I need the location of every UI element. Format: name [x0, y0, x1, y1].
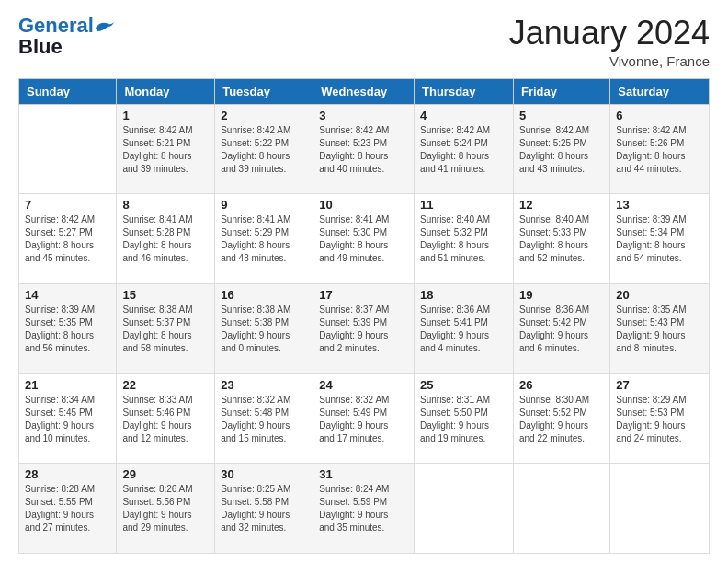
calendar-cell: 7Sunrise: 8:42 AM Sunset: 5:27 PM Daylig…: [19, 194, 117, 284]
day-number: 15: [122, 288, 209, 302]
calendar-cell: 8Sunrise: 8:41 AM Sunset: 5:28 PM Daylig…: [117, 194, 215, 284]
day-number: 2: [221, 109, 307, 122]
week-row-3: 14Sunrise: 8:39 AM Sunset: 5:35 PM Dayli…: [19, 283, 710, 373]
calendar-cell: 10Sunrise: 8:41 AM Sunset: 5:30 PM Dayli…: [313, 194, 415, 284]
day-number: 11: [420, 198, 507, 212]
day-info: Sunrise: 8:34 AM Sunset: 5:45 PM Dayligh…: [25, 394, 110, 445]
day-number: 3: [319, 109, 408, 122]
weekday-header-wednesday: Wednesday: [313, 78, 415, 104]
day-number: 10: [319, 198, 408, 212]
calendar-cell: 3Sunrise: 8:42 AM Sunset: 5:23 PM Daylig…: [313, 104, 415, 194]
weekday-header-friday: Friday: [513, 78, 609, 104]
day-info: Sunrise: 8:42 AM Sunset: 5:23 PM Dayligh…: [319, 124, 408, 176]
logo-general: General: [18, 14, 94, 37]
day-number: 23: [221, 378, 307, 392]
day-info: Sunrise: 8:33 AM Sunset: 5:46 PM Dayligh…: [122, 394, 209, 445]
weekday-header-thursday: Thursday: [415, 78, 514, 104]
day-number: 29: [122, 467, 209, 481]
logo: General Blue: [18, 15, 114, 57]
day-info: Sunrise: 8:42 AM Sunset: 5:25 PM Dayligh…: [519, 124, 604, 176]
calendar-cell: 29Sunrise: 8:26 AM Sunset: 5:56 PM Dayli…: [117, 464, 215, 554]
calendar-cell: 20Sunrise: 8:35 AM Sunset: 5:43 PM Dayli…: [610, 283, 710, 373]
calendar-cell: 22Sunrise: 8:33 AM Sunset: 5:46 PM Dayli…: [117, 373, 215, 464]
weekday-header-sunday: Sunday: [19, 78, 117, 104]
day-info: Sunrise: 8:38 AM Sunset: 5:37 PM Dayligh…: [122, 304, 209, 355]
day-number: 4: [420, 109, 507, 122]
day-info: Sunrise: 8:41 AM Sunset: 5:30 PM Dayligh…: [319, 213, 408, 265]
calendar-cell: 30Sunrise: 8:25 AM Sunset: 5:58 PM Dayli…: [215, 464, 313, 554]
calendar-cell: 16Sunrise: 8:38 AM Sunset: 5:38 PM Dayli…: [215, 283, 313, 373]
calendar-cell: 17Sunrise: 8:37 AM Sunset: 5:39 PM Dayli…: [313, 283, 415, 373]
day-info: Sunrise: 8:25 AM Sunset: 5:58 PM Dayligh…: [221, 483, 307, 534]
month-title: January 2024: [509, 15, 710, 52]
calendar-cell: 11Sunrise: 8:40 AM Sunset: 5:32 PM Dayli…: [415, 194, 514, 284]
calendar-cell: 19Sunrise: 8:36 AM Sunset: 5:42 PM Dayli…: [513, 283, 609, 373]
day-number: 13: [616, 198, 703, 212]
day-info: Sunrise: 8:42 AM Sunset: 5:22 PM Dayligh…: [221, 124, 307, 176]
day-number: 31: [319, 467, 408, 481]
calendar-cell: 5Sunrise: 8:42 AM Sunset: 5:25 PM Daylig…: [513, 104, 609, 194]
day-info: Sunrise: 8:31 AM Sunset: 5:50 PM Dayligh…: [420, 394, 507, 445]
week-row-5: 28Sunrise: 8:28 AM Sunset: 5:55 PM Dayli…: [19, 464, 710, 554]
day-number: 7: [25, 198, 110, 212]
day-info: Sunrise: 8:37 AM Sunset: 5:39 PM Dayligh…: [319, 304, 408, 355]
day-info: Sunrise: 8:32 AM Sunset: 5:49 PM Dayligh…: [319, 394, 408, 445]
day-number: 27: [616, 378, 703, 392]
calendar-cell: 21Sunrise: 8:34 AM Sunset: 5:45 PM Dayli…: [19, 373, 117, 464]
calendar-cell: 18Sunrise: 8:36 AM Sunset: 5:41 PM Dayli…: [415, 283, 514, 373]
weekday-header-row: SundayMondayTuesdayWednesdayThursdayFrid…: [19, 78, 710, 104]
calendar-cell: 13Sunrise: 8:39 AM Sunset: 5:34 PM Dayli…: [610, 194, 710, 284]
title-block: January 2024 Vivonne, France: [509, 15, 710, 69]
day-number: 20: [616, 288, 703, 302]
day-info: Sunrise: 8:24 AM Sunset: 5:59 PM Dayligh…: [319, 483, 408, 534]
day-number: 28: [25, 467, 110, 481]
weekday-header-tuesday: Tuesday: [215, 78, 313, 104]
calendar-cell: 24Sunrise: 8:32 AM Sunset: 5:49 PM Dayli…: [313, 373, 415, 464]
day-number: 25: [420, 378, 507, 392]
calendar-cell: 6Sunrise: 8:42 AM Sunset: 5:26 PM Daylig…: [610, 104, 710, 194]
calendar-cell: 4Sunrise: 8:42 AM Sunset: 5:24 PM Daylig…: [415, 104, 514, 194]
week-row-1: 1Sunrise: 8:42 AM Sunset: 5:21 PM Daylig…: [19, 104, 710, 194]
weekday-header-saturday: Saturday: [610, 78, 710, 104]
location: Vivonne, France: [509, 53, 710, 69]
weekday-header-monday: Monday: [117, 78, 215, 104]
calendar-cell: 28Sunrise: 8:28 AM Sunset: 5:55 PM Dayli…: [19, 464, 117, 554]
page: General Blue January 2024 Vivonne, Franc…: [0, 0, 728, 563]
day-number: 22: [122, 378, 209, 392]
day-info: Sunrise: 8:36 AM Sunset: 5:41 PM Dayligh…: [420, 304, 507, 355]
day-info: Sunrise: 8:35 AM Sunset: 5:43 PM Dayligh…: [616, 304, 703, 355]
day-info: Sunrise: 8:28 AM Sunset: 5:55 PM Dayligh…: [25, 483, 110, 534]
day-info: Sunrise: 8:39 AM Sunset: 5:34 PM Dayligh…: [616, 213, 703, 265]
calendar-cell: [415, 464, 514, 554]
day-info: Sunrise: 8:40 AM Sunset: 5:32 PM Dayligh…: [420, 213, 507, 265]
day-number: 16: [221, 288, 307, 302]
logo-bird-icon: [94, 18, 114, 35]
calendar-cell: [19, 104, 117, 194]
day-number: 21: [25, 378, 110, 392]
day-info: Sunrise: 8:41 AM Sunset: 5:28 PM Dayligh…: [122, 213, 209, 265]
calendar-cell: 14Sunrise: 8:39 AM Sunset: 5:35 PM Dayli…: [19, 283, 117, 373]
day-info: Sunrise: 8:32 AM Sunset: 5:48 PM Dayligh…: [221, 394, 307, 445]
day-info: Sunrise: 8:42 AM Sunset: 5:21 PM Dayligh…: [122, 124, 209, 176]
calendar-cell: 25Sunrise: 8:31 AM Sunset: 5:50 PM Dayli…: [415, 373, 514, 464]
calendar-cell: 31Sunrise: 8:24 AM Sunset: 5:59 PM Dayli…: [313, 464, 415, 554]
calendar-cell: 2Sunrise: 8:42 AM Sunset: 5:22 PM Daylig…: [215, 104, 313, 194]
day-info: Sunrise: 8:36 AM Sunset: 5:42 PM Dayligh…: [519, 304, 604, 355]
calendar-cell: 26Sunrise: 8:30 AM Sunset: 5:52 PM Dayli…: [513, 373, 609, 464]
day-info: Sunrise: 8:41 AM Sunset: 5:29 PM Dayligh…: [221, 213, 307, 265]
day-info: Sunrise: 8:40 AM Sunset: 5:33 PM Dayligh…: [519, 213, 604, 265]
calendar-cell: 9Sunrise: 8:41 AM Sunset: 5:29 PM Daylig…: [215, 194, 313, 284]
day-info: Sunrise: 8:39 AM Sunset: 5:35 PM Dayligh…: [25, 304, 110, 355]
day-number: 14: [25, 288, 110, 302]
day-info: Sunrise: 8:42 AM Sunset: 5:24 PM Dayligh…: [420, 124, 507, 176]
day-number: 18: [420, 288, 507, 302]
day-number: 6: [616, 109, 703, 122]
calendar-cell: 1Sunrise: 8:42 AM Sunset: 5:21 PM Daylig…: [117, 104, 215, 194]
calendar-cell: [513, 464, 609, 554]
day-info: Sunrise: 8:30 AM Sunset: 5:52 PM Dayligh…: [519, 394, 604, 445]
calendar-cell: 27Sunrise: 8:29 AM Sunset: 5:53 PM Dayli…: [610, 373, 710, 464]
day-number: 1: [122, 109, 209, 122]
calendar-cell: [610, 464, 710, 554]
calendar-cell: 15Sunrise: 8:38 AM Sunset: 5:37 PM Dayli…: [117, 283, 215, 373]
calendar-table: SundayMondayTuesdayWednesdayThursdayFrid…: [18, 78, 710, 554]
